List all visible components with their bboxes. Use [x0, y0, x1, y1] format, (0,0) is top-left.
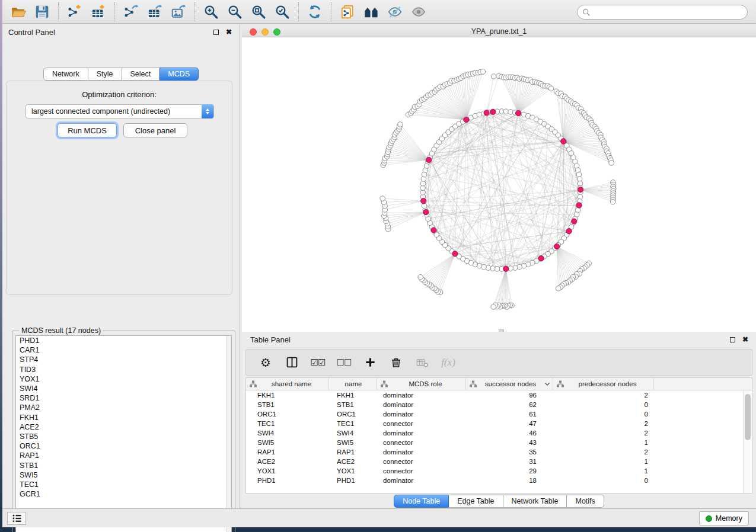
optimization-select[interactable]: largest connected component (undirected)	[25, 104, 214, 118]
run-mcds-button[interactable]: Run MCDS	[58, 123, 117, 137]
table-cell[interactable]: 0	[553, 401, 654, 408]
table-cell[interactable]: dominator	[377, 430, 466, 437]
mcds-result-item[interactable]: RAP1	[16, 451, 231, 460]
hide-selected-button[interactable]	[384, 2, 406, 21]
tab-network-table[interactable]: Network Table	[503, 495, 567, 508]
memory-button[interactable]: Memory	[699, 511, 749, 525]
table-cell[interactable]: PHD1	[246, 477, 329, 484]
table-cell[interactable]: 35	[466, 448, 553, 456]
deselect-all-checkboxes-button[interactable]: ☐☐	[335, 354, 353, 371]
table-row[interactable]: ACE2ACE2connector311	[246, 457, 752, 466]
add-column-button[interactable]	[361, 354, 379, 371]
table-cell[interactable]: 29	[466, 467, 553, 475]
table-cell[interactable]: 96	[466, 392, 553, 399]
column-header-name[interactable]: name	[329, 378, 377, 390]
mcds-result-item[interactable]: ORC1	[16, 441, 231, 451]
close-panel-button[interactable]: Close panel	[123, 123, 187, 137]
clone-network-button[interactable]	[337, 2, 358, 21]
mcds-result-item[interactable]: GCR1	[16, 489, 231, 499]
table-cell[interactable]: 2	[553, 448, 654, 456]
delete-column-button[interactable]	[387, 354, 405, 371]
table-float-panel-icon[interactable]	[729, 336, 736, 343]
table-scrollbar[interactable]	[743, 390, 752, 493]
close-panel-icon[interactable]: ✖	[225, 28, 232, 36]
tab-node-table[interactable]: Node Table	[394, 495, 449, 508]
table-cell[interactable]: SWI5	[329, 439, 377, 446]
table-row[interactable]: PHD1PHD1dominator180	[246, 476, 752, 485]
refresh-button[interactable]	[304, 2, 326, 21]
task-history-button[interactable]	[7, 512, 26, 525]
table-row[interactable]: SWI4SWI4dominator462	[246, 428, 752, 438]
table-cell[interactable]: 61	[466, 411, 553, 418]
table-cell[interactable]: ACE2	[246, 458, 329, 465]
mcds-result-item[interactable]: PMA2	[16, 403, 231, 412]
mcds-result-item[interactable]: STB5	[16, 432, 231, 441]
table-cell[interactable]: 1	[553, 467, 654, 475]
table-cell[interactable]: connector	[377, 458, 466, 465]
column-header-MCDS-role[interactable]: MCDS role	[377, 378, 466, 390]
table-cell[interactable]: connector	[377, 439, 466, 446]
column-header-successor-nodes[interactable]: successor nodes	[466, 378, 553, 390]
mcds-result-item[interactable]: SWI4	[16, 384, 231, 393]
table-cell[interactable]: STB1	[329, 401, 377, 408]
mcds-list-scrollbar[interactable]	[226, 336, 231, 532]
table-cell[interactable]: RAP1	[329, 448, 377, 456]
table-cell[interactable]: YOX1	[246, 467, 329, 475]
table-cell[interactable]: ORC1	[246, 411, 329, 418]
table-cell[interactable]: 47	[466, 420, 553, 427]
table-scrollbar-thumb[interactable]	[745, 394, 751, 440]
mcds-result-item[interactable]: STP4	[16, 355, 231, 364]
mcds-result-item[interactable]: YOX1	[16, 374, 231, 384]
mcds-result-item[interactable]: SRD1	[16, 393, 231, 403]
table-row[interactable]: ORC1ORC1dominator610	[246, 409, 752, 419]
mcds-result-item[interactable]: PHD1	[16, 336, 231, 345]
table-cell[interactable]: dominator	[377, 448, 466, 456]
table-cell[interactable]: 1	[553, 439, 654, 446]
column-header-shared-name[interactable]: shared name	[246, 378, 329, 390]
table-cell[interactable]: 1	[553, 458, 654, 465]
mcds-result-item[interactable]: SWI5	[16, 470, 231, 480]
tab-edge-table[interactable]: Edge Table	[449, 495, 503, 508]
mcds-result-item[interactable]: FKH1	[16, 413, 231, 422]
settings-gear-button[interactable]: ⚙	[257, 354, 275, 371]
select-all-checkboxes-button[interactable]: ☑☑	[309, 354, 327, 371]
table-cell[interactable]: 31	[466, 458, 553, 465]
table-cell[interactable]: STB1	[246, 401, 329, 408]
table-row[interactable]: STB1STB1dominator620	[246, 400, 752, 409]
table-cell[interactable]: dominator	[377, 401, 466, 408]
tab-select[interactable]: Select	[122, 68, 160, 81]
table-row[interactable]: SWI5SWI5connector431	[246, 438, 752, 447]
table-cell[interactable]: dominator	[377, 411, 466, 418]
mcds-result-item[interactable]: STB1	[16, 461, 231, 470]
tab-style[interactable]: Style	[88, 68, 122, 81]
table-cell[interactable]: dominator	[377, 477, 466, 484]
mcds-result-item[interactable]: TEC1	[16, 480, 231, 489]
save-session-button[interactable]	[31, 2, 53, 21]
table-cell[interactable]: TEC1	[246, 420, 329, 427]
table-cell[interactable]: 0	[553, 477, 654, 484]
table-cell[interactable]: FKH1	[246, 392, 329, 399]
table-cell[interactable]: YOX1	[329, 467, 377, 475]
table-cell[interactable]: 2	[553, 420, 654, 427]
table-cell[interactable]: SWI5	[246, 439, 329, 446]
export-image-button[interactable]	[168, 2, 189, 21]
table-cell[interactable]: TEC1	[329, 420, 377, 427]
table-cell[interactable]: PHD1	[329, 477, 377, 484]
tab-mcds[interactable]: MCDS	[160, 68, 199, 81]
table-cell[interactable]: connector	[377, 467, 466, 475]
float-panel-icon[interactable]	[212, 28, 219, 36]
table-cell[interactable]: 18	[466, 477, 553, 484]
table-close-panel-icon[interactable]: ✖	[742, 336, 749, 343]
search-input[interactable]	[591, 7, 747, 18]
export-table-button[interactable]	[144, 2, 165, 21]
show-all-button[interactable]	[408, 2, 429, 21]
zoom-selected-button[interactable]	[272, 2, 293, 21]
table-cell[interactable]: 0	[553, 411, 654, 418]
table-row[interactable]: FKH1FKH1dominator962	[246, 390, 752, 400]
import-network-button[interactable]	[64, 2, 85, 21]
table-cell[interactable]: ACE2	[329, 458, 377, 465]
table-cell[interactable]: dominator	[377, 392, 466, 399]
table-cell[interactable]: 43	[466, 439, 553, 446]
network-canvas[interactable]	[242, 37, 756, 332]
table-row[interactable]: TEC1TEC1connector472	[246, 419, 752, 428]
